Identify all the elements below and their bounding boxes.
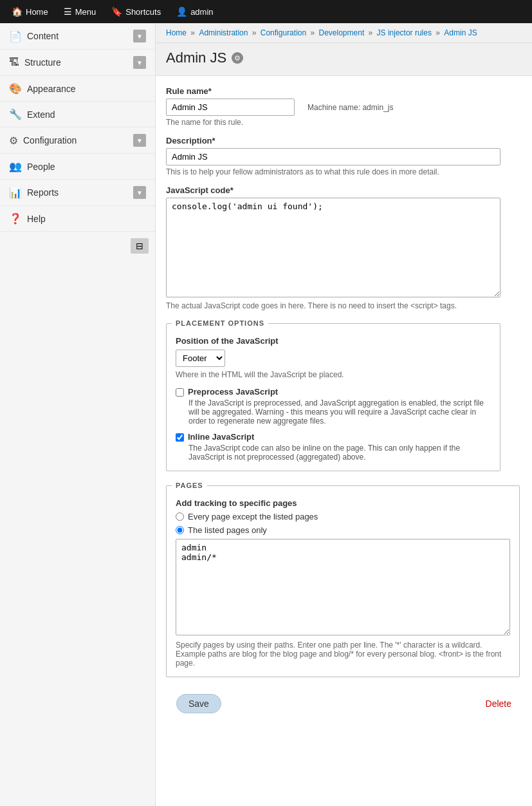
sidebar-label-content: Content	[27, 31, 59, 41]
breadcrumb-sep-1: »	[190, 28, 197, 37]
delete-link[interactable]: Delete	[486, 698, 511, 709]
sidebar-label-configuration: Configuration	[23, 135, 77, 145]
sidebar-item-help[interactable]: ❓ Help	[0, 206, 155, 232]
home-icon: 🏠	[12, 6, 23, 17]
pages-legend: PAGES	[172, 482, 207, 489]
sidebar-label-reports: Reports	[27, 187, 59, 198]
rule-name-group: Rule name* Machine name: admin_js The na…	[166, 86, 522, 127]
radio-listed-row: The listed pages only	[176, 525, 510, 535]
sidebar-item-configuration[interactable]: ⚙ Configuration ▼	[0, 127, 155, 154]
radio-every-label[interactable]: Every page except the listed pages	[188, 512, 318, 521]
shortcuts-icon: 🔖	[111, 6, 122, 17]
js-code-label: JavaScript code*	[166, 185, 522, 195]
breadcrumb-configuration[interactable]: Configuration	[261, 28, 306, 37]
content-icon: 📄	[9, 30, 22, 42]
shortcuts-label: Shortcuts	[125, 7, 161, 17]
sidebar-bottom: ⊟	[0, 232, 155, 260]
reports-icon: 📊	[9, 187, 22, 199]
home-label: Home	[26, 7, 48, 17]
tracking-label: Add tracking to specific pages	[176, 498, 510, 508]
sidebar-collapse-button[interactable]: ⊟	[131, 238, 149, 254]
preprocess-checkbox-row: Preprocess JavaScript	[176, 387, 491, 397]
machine-name-display: Machine name: admin_js	[307, 103, 393, 112]
sidebar-item-reports[interactable]: 📊 Reports ▼	[0, 180, 155, 206]
radio-every-page[interactable]	[176, 512, 184, 521]
people-icon: 👥	[9, 160, 22, 173]
sidebar-item-extend[interactable]: 🔧 Extend	[0, 102, 155, 127]
page-header: Admin JS ⚙	[156, 43, 532, 76]
breadcrumb-administration[interactable]: Administration	[199, 28, 248, 37]
inline-checkbox[interactable]	[176, 433, 184, 442]
sidebar-item-appearance[interactable]: 🎨 Appearance	[0, 76, 155, 102]
topbar: 🏠 Home ☰ Menu 🔖 Shortcuts 👤 admin	[0, 0, 532, 23]
breadcrumb-sep-4: »	[369, 28, 375, 37]
breadcrumb-home[interactable]: Home	[166, 28, 187, 37]
structure-icon: 🏗	[9, 57, 19, 68]
sidebar-item-structure[interactable]: 🏗 Structure ▼	[0, 50, 155, 76]
placement-legend: PLACEMENT OPTIONS	[172, 319, 268, 327]
breadcrumb-sep-2: »	[252, 28, 259, 37]
sidebar-label-people: People	[27, 162, 55, 172]
page-title-text: Admin JS	[166, 50, 226, 66]
admin-label: admin	[190, 7, 213, 17]
form-actions: Save Delete	[166, 688, 522, 720]
configuration-icon: ⚙	[9, 135, 18, 147]
breadcrumb: Home » Administration » Configuration » …	[156, 23, 532, 43]
structure-expand-button[interactable]: ▼	[133, 56, 146, 69]
description-input[interactable]	[166, 148, 500, 165]
sidebar-label-appearance: Appearance	[27, 84, 76, 94]
shortcuts-nav[interactable]: 🔖 Shortcuts	[105, 4, 167, 19]
js-code-textarea[interactable]: console.log('admin ui found');	[166, 198, 500, 297]
sidebar-item-people[interactable]: 👥 People	[0, 154, 155, 180]
reports-expand-button[interactable]: ▼	[133, 186, 146, 199]
position-label: Position of the JavaScript	[176, 336, 491, 346]
inline-label[interactable]: Inline JavaScript	[188, 432, 254, 442]
placement-options-fieldset: PLACEMENT OPTIONS Position of the JavaSc…	[166, 319, 500, 471]
rule-name-input[interactable]	[166, 98, 295, 116]
settings-gear-icon: ⚙	[232, 52, 243, 64]
sidebar: 📄 Content ▼ 🏗 Structure ▼ 🎨 Appearance 🔧…	[0, 23, 156, 806]
menu-icon: ☰	[64, 6, 72, 17]
radio-every-row: Every page except the listed pages	[176, 512, 510, 521]
main-content: Home » Administration » Configuration » …	[156, 23, 532, 806]
radio-listed-pages[interactable]	[176, 526, 184, 534]
save-button[interactable]: Save	[176, 694, 221, 713]
menu-label: Menu	[75, 7, 96, 17]
preprocess-hint: If the JavaScript is preprocessed, and J…	[188, 398, 491, 426]
form-area: Rule name* Machine name: admin_js The na…	[156, 76, 532, 730]
pages-fieldset: PAGES Add tracking to specific pages Eve…	[166, 482, 520, 677]
preprocess-checkbox[interactable]	[176, 388, 184, 397]
page-title: Admin JS ⚙	[166, 50, 522, 66]
content-expand-button[interactable]: ▼	[133, 30, 146, 42]
pages-hint: Specify pages by using their paths. Ente…	[176, 641, 510, 668]
inline-checkbox-row: Inline JavaScript	[176, 432, 491, 442]
rule-name-label: Rule name*	[166, 86, 522, 96]
home-nav[interactable]: 🏠 Home	[5, 4, 55, 19]
configuration-expand-button[interactable]: ▼	[133, 134, 146, 147]
breadcrumb-js-injector[interactable]: JS injector rules	[377, 28, 432, 37]
rule-name-hint: The name for this rule.	[166, 118, 522, 127]
position-hint: Where in the HTML will the JavaScript be…	[176, 370, 491, 379]
admin-user-nav[interactable]: 👤 admin	[170, 4, 219, 19]
user-icon: 👤	[176, 6, 187, 17]
description-hint: This is to help your fellow administrato…	[166, 167, 522, 176]
sidebar-item-content[interactable]: 📄 Content ▼	[0, 23, 155, 50]
preprocess-label[interactable]: Preprocess JavaScript	[188, 387, 278, 397]
description-group: Description* This is to help your fellow…	[166, 136, 522, 176]
description-label: Description*	[166, 136, 522, 145]
breadcrumb-admin-js[interactable]: Admin JS	[444, 28, 477, 37]
help-icon: ❓	[9, 212, 22, 225]
sidebar-label-help: Help	[27, 214, 46, 224]
js-code-group: JavaScript code* console.log('admin ui f…	[166, 185, 522, 310]
extend-icon: 🔧	[9, 108, 22, 120]
position-select[interactable]: Header Footer Body	[176, 350, 225, 367]
breadcrumb-development[interactable]: Development	[319, 28, 365, 37]
breadcrumb-sep-5: »	[436, 28, 442, 37]
menu-nav[interactable]: ☰ Menu	[57, 4, 103, 19]
radio-listed-label[interactable]: The listed pages only	[188, 525, 267, 535]
breadcrumb-sep-3: »	[311, 28, 317, 37]
pages-textarea[interactable]: admin admin/*	[176, 539, 510, 635]
inline-hint: The JavaScript code can also be inline o…	[188, 444, 491, 462]
sidebar-label-structure: Structure	[24, 57, 61, 68]
sidebar-label-extend: Extend	[27, 109, 55, 120]
